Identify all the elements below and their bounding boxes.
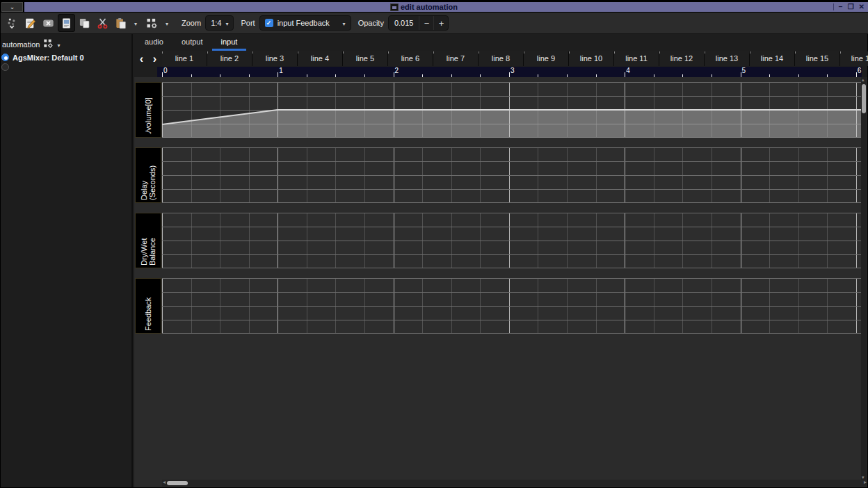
line-header-line-12[interactable]: line 12 (659, 51, 705, 66)
scroll-left-button[interactable]: ‹ (135, 51, 148, 66)
clear-icon (42, 17, 54, 29)
machine-radio-row (1, 63, 131, 72)
chevron-down-icon[interactable] (57, 40, 60, 49)
machine-radio[interactable] (1, 54, 9, 61)
lane-grid[interactable] (162, 82, 862, 138)
automation-lane: Delay (Seconds) (135, 147, 862, 203)
zoom-value: 1:4 (211, 19, 221, 27)
close-button[interactable]: ✕ (859, 2, 865, 12)
position-icon (6, 17, 18, 29)
line-header-line-15[interactable]: line 15 (795, 51, 840, 66)
position-tool-button[interactable] (3, 14, 21, 32)
tab-input[interactable]: input (212, 34, 247, 51)
edit-tool-button[interactable] (22, 14, 39, 32)
line-header-line-11[interactable]: line 11 (614, 51, 659, 66)
line-header-line-7[interactable]: line 7 (433, 51, 479, 66)
chevron-down-icon (343, 19, 346, 27)
lane-label: Dry/Wet Balance (135, 213, 161, 268)
minimize-button[interactable]: − (839, 2, 843, 12)
horizontal-scrollbar-thumb[interactable] (167, 481, 188, 485)
lane-grid[interactable] (162, 213, 862, 268)
lane-label: Delay (Seconds) (135, 147, 161, 203)
opacity-value[interactable]: 0.015 (389, 16, 419, 30)
automation-label: automation (2, 40, 40, 49)
title-group: edit automation (390, 2, 458, 12)
line-header-line-14[interactable]: line 14 (750, 51, 795, 66)
paste-icon (115, 17, 127, 29)
svg-text:1: 1 (279, 67, 283, 74)
chevron-down-icon[interactable] (161, 14, 172, 32)
automation-editor: audiooutputinput ‹ › line 1line 2line 3l… (134, 34, 867, 487)
lane-label: ./volume[0] (135, 82, 161, 138)
lane-grid[interactable] (162, 278, 862, 334)
edit-icon (24, 17, 36, 29)
line-header-line-3[interactable]: line 3 (252, 51, 298, 66)
line-header-line-8[interactable]: line 8 (479, 51, 524, 66)
machine-icon (43, 38, 54, 50)
scroll-right-button[interactable]: › (148, 51, 161, 66)
port-select[interactable]: ✓ input Feedback (259, 15, 351, 31)
titlebar: ⌄ edit automation − ❐ ✕ (1, 1, 868, 13)
tab-audio[interactable]: audio (136, 34, 172, 51)
port-checkbox[interactable]: ✓ (265, 19, 273, 27)
machine-radio-row: AgsMixer: Default 0 (1, 53, 131, 62)
maximize-button[interactable]: ❐ (848, 2, 854, 12)
automation-lane: ./volume[0] (135, 82, 862, 138)
machine-radio[interactable] (1, 63, 9, 71)
sidebar: automation AgsMixer: Default 0 (1, 34, 133, 487)
svg-text:2: 2 (395, 67, 399, 74)
horizontal-scrollbar[interactable] (162, 480, 867, 487)
line-header-line-13[interactable]: line 13 (705, 51, 750, 66)
app-icon (390, 3, 399, 11)
svg-text:5: 5 (742, 67, 746, 74)
machine-radio-label: AgsMixer: Default 0 (13, 54, 84, 62)
window-controls: − ❐ ✕ (833, 2, 865, 12)
line-header-line-6[interactable]: line 6 (388, 51, 433, 66)
paste-tool-button[interactable] (112, 14, 129, 32)
lane-label: Feedback (135, 278, 161, 334)
clear-tool-button[interactable] (40, 14, 57, 32)
port-value: input Feedback (278, 19, 339, 27)
machine-radio-list: AgsMixer: Default 0 (1, 53, 131, 72)
machine-icon (146, 17, 158, 29)
chevron-down-icon (225, 19, 228, 27)
window-title: edit automation (401, 3, 458, 11)
copy-tool-button[interactable] (76, 14, 93, 32)
svg-text:6: 6 (858, 67, 862, 74)
chevron-down-icon[interactable] (130, 14, 141, 32)
tab-output[interactable]: output (172, 34, 212, 51)
sidebar-header: automation (1, 34, 131, 53)
automation-lanes: ./volume[0]Delay (Seconds)Dry/Wet Balanc… (135, 82, 862, 343)
vertical-scrollbar-thumb[interactable] (862, 84, 866, 113)
lane-grid[interactable] (162, 147, 862, 203)
opacity-spinner: 0.015 − + (388, 15, 449, 31)
line-header-line-1[interactable]: line 1 (162, 51, 207, 66)
automation-curve (162, 110, 862, 138)
line-header-line-2[interactable]: line 2 (207, 51, 252, 66)
line-header-line-4[interactable]: line 4 (298, 51, 343, 66)
vertical-scrollbar[interactable] (861, 77, 867, 480)
time-ruler[interactable]: 0123456 (157, 67, 862, 77)
select-tool-button[interactable] (58, 14, 75, 32)
cut-tool-button[interactable] (94, 14, 111, 32)
svg-text:4: 4 (626, 67, 630, 74)
tool-button-group (3, 14, 175, 32)
line-header-line-9[interactable]: line 9 (524, 51, 569, 66)
tool-popup-tool-button[interactable] (143, 14, 161, 32)
line-header-line-16[interactable]: line 16 (840, 51, 868, 66)
zoom-label: Zoom (182, 19, 201, 27)
window-menu-button[interactable]: ⌄ (1, 2, 23, 12)
opacity-decrement-button[interactable]: − (419, 16, 433, 30)
window-controls-separator (833, 3, 834, 10)
line-header-line-5[interactable]: line 5 (343, 51, 388, 66)
line-header-line-10[interactable]: line 10 (569, 51, 614, 66)
scope-tabs: audiooutputinput (136, 34, 246, 51)
copy-icon (79, 17, 90, 29)
edit-automation-window: ⌄ edit automation − ❐ ✕ Zoom 1:4 Port ✓ … (0, 0, 868, 488)
opacity-increment-button[interactable]: + (433, 16, 448, 30)
toolbar: Zoom 1:4 Port ✓ input Feedback Opacity 0… (1, 13, 868, 34)
select-icon (61, 17, 72, 29)
zoom-select[interactable]: 1:4 (205, 15, 234, 31)
opacity-label: Opacity (358, 19, 384, 27)
automation-lane: Dry/Wet Balance (135, 213, 862, 268)
